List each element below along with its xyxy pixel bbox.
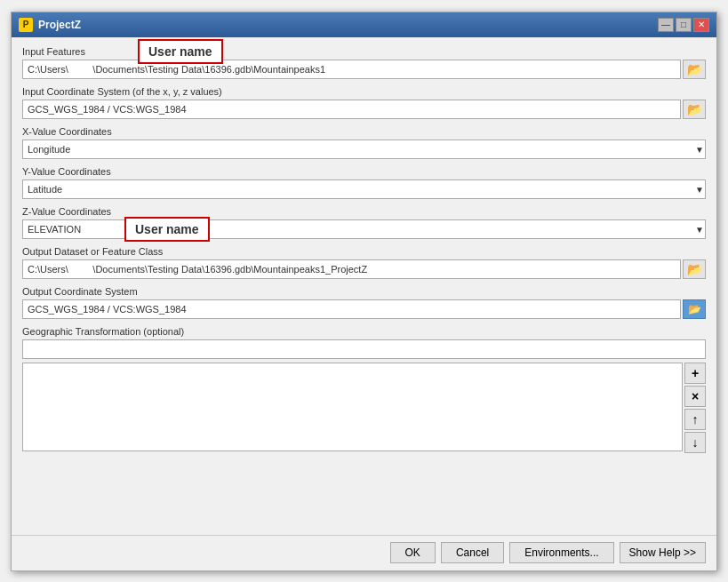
z-value-section: User name Z-Value Coordinates Longitude …: [22, 206, 706, 239]
list-controls: + × ↑ ↓: [684, 363, 706, 453]
output-dataset-label: Output Dataset or Feature Class: [22, 246, 706, 257]
output-coord-section: Output Coordinate System 📂: [22, 286, 706, 319]
minimize-button[interactable]: —: [658, 18, 674, 32]
input-features-row: 📂: [22, 60, 706, 79]
output-dataset-browse-button[interactable]: 📂: [683, 259, 706, 279]
x-value-select-wrapper: Longitude Latitude ELEVATION ▼: [22, 140, 706, 159]
list-remove-button[interactable]: ×: [684, 386, 706, 407]
z-value-select[interactable]: Longitude Latitude ELEVATION: [22, 219, 706, 239]
geo-transform-input[interactable]: [22, 339, 706, 359]
y-value-label: Y-Value Coordinates: [22, 166, 706, 177]
list-add-button[interactable]: +: [684, 363, 706, 384]
x-value-row: Longitude Latitude ELEVATION ▼: [22, 140, 706, 159]
geo-transform-list-wrapper: + × ↑ ↓: [22, 363, 706, 453]
browse-icon-3: 📂: [687, 262, 702, 276]
input-features-section: User name Input Features 📂: [22, 46, 706, 79]
output-coord-input[interactable]: [22, 299, 681, 319]
y-value-row: Longitude Latitude ELEVATION ▼: [22, 179, 706, 199]
window-title: ProjectZ: [38, 19, 81, 31]
ok-button[interactable]: OK: [390, 542, 436, 563]
geo-transform-label: Geographic Transformation (optional): [22, 326, 706, 337]
x-value-label: X-Value Coordinates: [22, 126, 706, 137]
input-coord-system-label: Input Coordinate System (of the x, y, z …: [22, 86, 706, 97]
input-features-input[interactable]: [22, 60, 681, 79]
z-value-select-wrapper: Longitude Latitude ELEVATION ▼: [22, 219, 706, 239]
footer: OK Cancel Environments... Show Help >>: [12, 535, 716, 570]
input-coord-system-section: Input Coordinate System (of the x, y, z …: [22, 86, 706, 119]
x-value-section: X-Value Coordinates Longitude Latitude E…: [22, 126, 706, 159]
coord-browse-icon: 📂: [688, 303, 701, 315]
geo-transform-section: Geographic Transformation (optional) + ×…: [22, 326, 706, 453]
window-controls: — □ ✕: [658, 18, 709, 32]
list-up-button[interactable]: ↑: [684, 409, 706, 430]
input-features-browse-button[interactable]: 📂: [683, 60, 706, 79]
x-value-select[interactable]: Longitude Latitude ELEVATION: [22, 140, 706, 159]
output-dataset-input[interactable]: [22, 259, 681, 279]
output-coord-row: 📂: [22, 299, 706, 319]
output-dataset-row: 📂: [22, 259, 706, 279]
output-dataset-section: Output Dataset or Feature Class 📂: [22, 246, 706, 279]
list-down-button[interactable]: ↓: [684, 432, 706, 453]
title-bar-left: P ProjectZ: [19, 18, 81, 32]
y-value-section: Y-Value Coordinates Longitude Latitude E…: [22, 166, 706, 199]
input-coord-system-row: 📂: [22, 100, 706, 119]
main-window: P ProjectZ — □ ✕ User name Input Feature…: [11, 12, 717, 571]
input-features-label: Input Features: [22, 46, 706, 57]
cancel-button[interactable]: Cancel: [441, 542, 504, 563]
scrollable-form[interactable]: User name Input Features 📂 Input Coordin…: [12, 37, 716, 535]
z-value-label: Z-Value Coordinates: [22, 206, 706, 217]
show-help-button[interactable]: Show Help >>: [620, 542, 706, 563]
main-content: User name Input Features 📂 Input Coordin…: [12, 37, 716, 535]
maximize-button[interactable]: □: [676, 18, 692, 32]
input-coord-browse-button[interactable]: 📂: [683, 100, 706, 119]
output-coord-label: Output Coordinate System: [22, 286, 706, 297]
z-value-row: Longitude Latitude ELEVATION ▼: [22, 219, 706, 239]
browse-icon-2: 📂: [687, 102, 702, 116]
title-bar: P ProjectZ — □ ✕: [12, 12, 716, 37]
input-coord-system-input[interactable]: [22, 100, 681, 119]
close-button[interactable]: ✕: [693, 18, 709, 32]
geo-transform-list[interactable]: [22, 363, 683, 451]
browse-icon: 📂: [687, 62, 702, 76]
environments-button[interactable]: Environments...: [509, 542, 613, 563]
y-value-select-wrapper: Longitude Latitude ELEVATION ▼: [22, 179, 706, 199]
output-coord-browse-button[interactable]: 📂: [683, 299, 706, 319]
app-icon: P: [19, 18, 33, 32]
y-value-select[interactable]: Longitude Latitude ELEVATION: [22, 179, 706, 199]
